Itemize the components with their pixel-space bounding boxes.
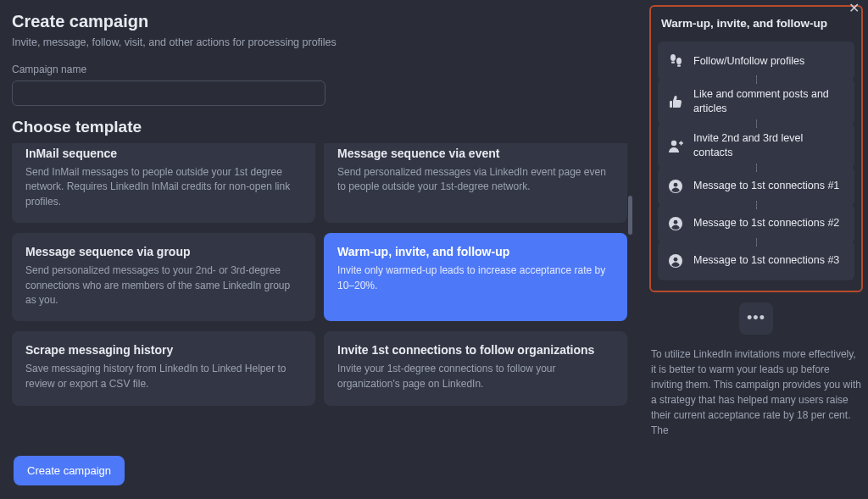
template-card-scrape[interactable]: Scrape messaging historySave messaging h…	[12, 331, 315, 406]
workflow-step[interactable]: Message to 1st connections #3	[658, 241, 854, 280]
create-campaign-button[interactable]: Create campaign	[14, 456, 125, 485]
template-card-title: Message sequence via group	[25, 245, 302, 258]
close-icon[interactable]: ✕	[849, 2, 860, 15]
template-card-msg-event[interactable]: Message sequence via eventSend personali…	[324, 143, 627, 223]
template-card-invite-org[interactable]: Invite 1st connections to follow organiz…	[324, 331, 627, 406]
more-steps-button[interactable]: •••	[739, 302, 773, 335]
campaign-name-input[interactable]	[12, 80, 326, 106]
template-card-desc: Send personalized messages via LinkedIn …	[337, 165, 614, 195]
templates-scrollbar-thumb[interactable]	[628, 196, 632, 235]
side-panel-title: Warm-up, invite, and follow-up	[658, 14, 854, 35]
person-plus-icon	[668, 138, 683, 153]
choose-template-heading: Choose template	[12, 118, 632, 136]
chat-person-icon	[668, 179, 683, 194]
workflow-step-label: Message to 1st connections #3	[693, 253, 839, 268]
template-card-title: Invite 1st connections to follow organiz…	[337, 343, 614, 357]
chat-person-icon	[668, 216, 683, 231]
workflow-step-label: Message to 1st connections #1	[693, 179, 839, 193]
workflow-step-label: Follow/Unfollow profiles	[693, 54, 804, 69]
side-panel: ✕ Warm-up, invite, and follow-up Follow/…	[644, 0, 868, 499]
template-card-title: InMail sequence	[25, 147, 302, 160]
template-card-title: Scrape messaging history	[25, 343, 302, 357]
side-panel-description: To utilize LinkedIn invitations more eff…	[649, 347, 863, 438]
template-card-msg-group[interactable]: Message sequence via groupSend personali…	[12, 233, 315, 321]
workflow-step[interactable]: Like and comment posts and articles	[658, 79, 854, 125]
template-card-desc: Invite your 1st-degree connections to fo…	[337, 362, 614, 391]
main-panel: Create campaign Invite, message, follow,…	[0, 0, 644, 499]
workflow-step[interactable]: Invite 2nd and 3rd level contacts	[658, 123, 854, 169]
footsteps-icon	[668, 53, 683, 69]
page-title: Create campaign	[12, 12, 632, 31]
workflow-step-label: Invite 2nd and 3rd level contacts	[693, 131, 844, 160]
page-subtitle: Invite, message, follow, visit, and othe…	[12, 36, 632, 48]
template-card-title: Message sequence via event	[337, 147, 614, 160]
template-card-desc: Save messaging history from LinkedIn to …	[25, 362, 302, 391]
template-card-warmup[interactable]: Warm-up, invite, and follow-upInvite onl…	[324, 233, 627, 321]
template-card-desc: Invite only warmed-up leads to increase …	[337, 263, 614, 293]
template-card-inmail[interactable]: InMail sequenceSend InMail messages to p…	[12, 143, 315, 223]
chat-person-icon	[668, 253, 683, 269]
thumbs-up-icon	[668, 94, 683, 109]
workflow-step-label: Like and comment posts and articles	[693, 87, 844, 116]
templates-scroll-area: InMail sequenceSend InMail messages to p…	[12, 143, 632, 487]
template-card-desc: Send InMail messages to people outside y…	[25, 165, 302, 209]
template-card-title: Warm-up, invite, and follow-up	[337, 245, 614, 258]
workflow-highlight-box: Warm-up, invite, and follow-up Follow/Un…	[649, 5, 863, 292]
campaign-name-label: Campaign name	[12, 64, 632, 75]
workflow-step-label: Message to 1st connections #2	[693, 216, 839, 230]
template-card-desc: Send personalized messages to your 2nd- …	[25, 263, 302, 308]
